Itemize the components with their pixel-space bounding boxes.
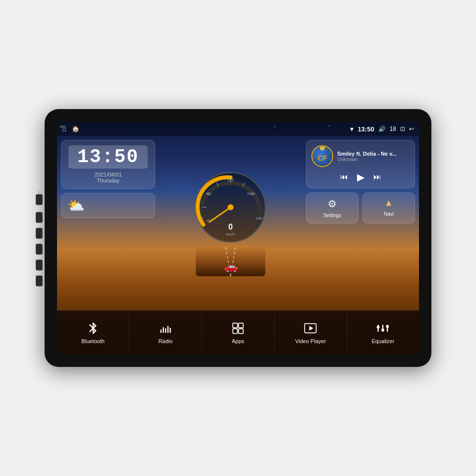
radio-button[interactable]: Radio — [129, 311, 202, 354]
navi-label: Navi — [384, 211, 394, 217]
svg-point-31 — [377, 325, 380, 328]
svg-point-35 — [386, 325, 389, 328]
svg-text:120: 120 — [227, 178, 234, 182]
svg-rect-25 — [238, 323, 243, 327]
right-panel: 👑 CF Smiley ft. Delia - Ne v... Unknown … — [306, 140, 415, 306]
clock-day: Thursday — [97, 178, 119, 183]
home-side-button[interactable] — [36, 228, 43, 239]
mic-label: MIC — [60, 125, 66, 128]
settings-icon: ⚙ — [328, 198, 337, 210]
status-right: ▾ 13:50 🔊 18 ⊡ ↩ — [350, 125, 414, 133]
svg-text:240: 240 — [255, 216, 262, 221]
center-panel: 0 60 120 180 240 0 km/h — [159, 140, 302, 306]
apps-button[interactable]: Apps — [202, 311, 274, 354]
navi-button[interactable]: ▲ Navi — [362, 192, 415, 224]
power-button[interactable] — [36, 212, 43, 223]
video-icon — [303, 321, 317, 335]
rst-button[interactable] — [36, 194, 43, 205]
weather-widget: ⛅ — [61, 193, 155, 218]
bluetooth-button[interactable]: Bluetooth — [57, 311, 129, 354]
svg-rect-23 — [170, 327, 171, 333]
volume-icon: 🔊 — [378, 125, 386, 132]
screen: MIC ⌂ 🏠 ▾ 13:50 🔊 18 ⊡ ↩ 13:50 — [57, 122, 419, 354]
weather-icon: ⛅ — [67, 197, 85, 214]
svg-rect-27 — [238, 329, 243, 333]
back-side-button[interactable] — [36, 244, 43, 255]
clock-date-value: 2021/04/01 — [94, 172, 121, 178]
svg-rect-24 — [233, 323, 238, 327]
equalizer-button[interactable]: Equalizer — [347, 311, 419, 354]
svg-text:180: 180 — [247, 191, 254, 196]
svg-rect-21 — [165, 328, 166, 333]
window-icon: ⊡ — [400, 125, 405, 132]
svg-rect-20 — [163, 327, 164, 333]
house-icon: 🏠 — [72, 125, 79, 132]
vol-up-button[interactable] — [36, 260, 43, 271]
radio-icon — [159, 321, 173, 335]
vol-dn-button[interactable] — [36, 276, 43, 287]
music-top: 👑 CF Smiley ft. Delia - Ne v... Unknown — [311, 145, 410, 167]
back-icon: ↩ — [409, 125, 414, 132]
clock-time: 13:50 — [68, 145, 148, 169]
next-button[interactable]: ⏭ — [373, 173, 381, 181]
svg-text:0: 0 — [229, 223, 233, 231]
music-title: Smiley ft. Delia - Ne v... — [337, 151, 407, 157]
svg-text:km/h: km/h — [226, 232, 235, 237]
play-button[interactable]: ▶ — [357, 171, 364, 183]
bluetooth-label: Bluetooth — [81, 338, 104, 344]
clock-date: 2021/04/01 Thursday — [68, 172, 148, 183]
settings-button[interactable]: ⚙ Settings — [306, 192, 358, 224]
status-bar: ⌂ 🏠 ▾ 13:50 🔊 18 ⊡ ↩ — [57, 122, 419, 136]
equalizer-label: Equalizer — [371, 338, 394, 344]
svg-rect-19 — [160, 329, 161, 333]
music-widget: 👑 CF Smiley ft. Delia - Ne v... Unknown … — [306, 140, 415, 188]
svg-point-14 — [228, 204, 234, 210]
apps-label: Apps — [232, 338, 244, 344]
video-label: Video Player — [295, 338, 326, 344]
prev-button[interactable]: ⏮ — [340, 173, 348, 181]
rst-group: ⏻ — [36, 190, 43, 205]
music-artist: Unknown — [337, 157, 410, 162]
apps-icon — [231, 321, 245, 335]
left-panel: 13:50 2021/04/01 Thursday ⛅ — [61, 140, 155, 306]
svg-rect-26 — [233, 329, 238, 333]
road-view: 🚗 — [196, 246, 265, 276]
bottom-bar: Bluetooth Radio — [57, 310, 419, 354]
settings-label: Settings — [323, 213, 341, 218]
speedometer-svg: 0 60 120 180 240 0 km/h — [193, 170, 268, 244]
svg-point-33 — [381, 328, 384, 331]
crown-icon: 👑 — [319, 145, 325, 150]
music-controls: ⏮ ▶ ⏭ — [311, 171, 410, 183]
side-button-panel: ⏻ — [36, 190, 43, 287]
status-time: 13:50 — [357, 125, 374, 133]
rst-label: ⏻ — [38, 190, 41, 193]
equalizer-icon — [376, 321, 390, 335]
clock-widget: 13:50 2021/04/01 Thursday — [61, 140, 155, 189]
svg-text:60: 60 — [207, 191, 212, 196]
radio-label: Radio — [158, 338, 173, 344]
main-content: 13:50 2021/04/01 Thursday ⛅ — [57, 136, 419, 310]
svg-marker-29 — [309, 326, 313, 330]
action-buttons: ⚙ Settings ▲ Navi — [306, 192, 415, 224]
svg-text:0: 0 — [201, 216, 204, 221]
video-button[interactable]: Video Player — [275, 311, 347, 354]
svg-rect-22 — [167, 326, 168, 333]
car-head-unit: ⏻ MIC ⌂ 🏠 — [45, 109, 431, 367]
speedometer: 0 60 120 180 240 0 km/h — [193, 170, 268, 244]
bluetooth-icon — [86, 321, 100, 335]
album-art: 👑 CF — [311, 145, 333, 167]
volume-level: 18 — [390, 125, 396, 132]
navi-icon: ▲ — [384, 198, 393, 208]
wifi-icon: ▾ — [350, 125, 354, 133]
music-info: Smiley ft. Delia - Ne v... Unknown — [337, 151, 410, 162]
